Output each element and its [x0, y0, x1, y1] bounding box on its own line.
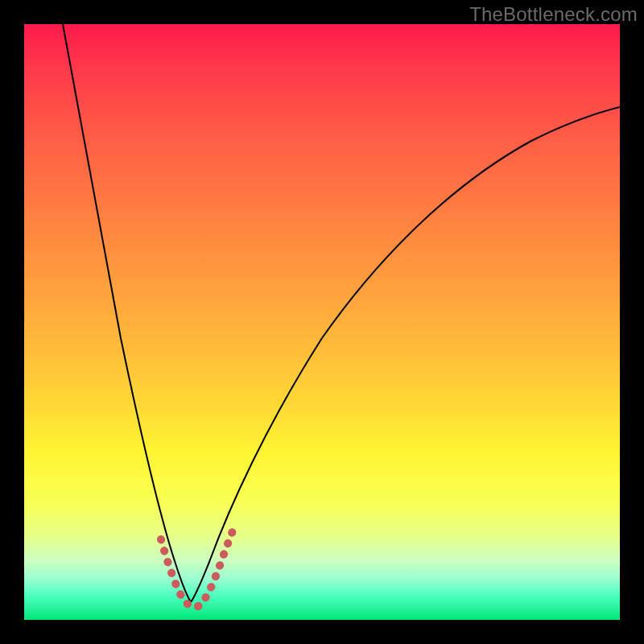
watermark-text: TheBottleneck.com — [469, 3, 638, 26]
right-ascent-curve — [191, 107, 620, 602]
left-descent-curve — [63, 24, 191, 602]
bottleneck-curve-chart — [0, 0, 644, 644]
valley-highlight — [161, 529, 233, 607]
